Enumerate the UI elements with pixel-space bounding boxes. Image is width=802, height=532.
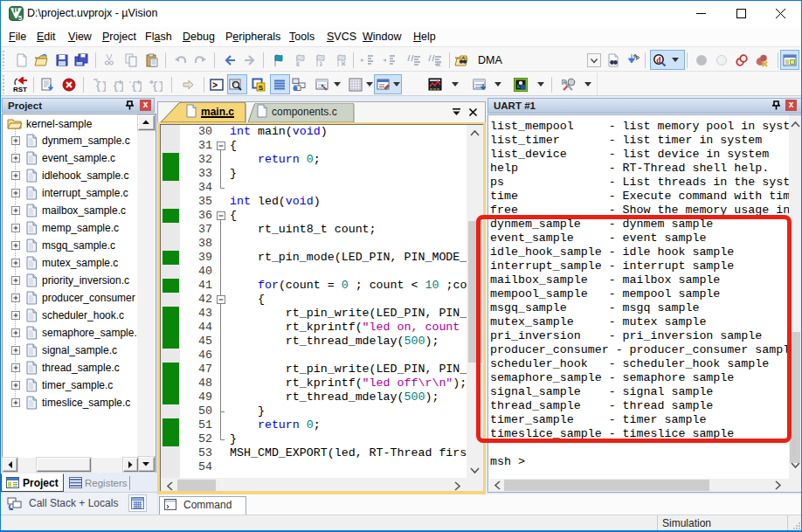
svg-text:RST: RST [13, 86, 27, 93]
svg-text:d: d [656, 56, 661, 65]
svg-text:5: 5 [18, 14, 23, 22]
svg-text:>: > [212, 81, 218, 91]
svg-text:S: S [259, 84, 264, 92]
svg-text:{}: {} [152, 80, 162, 93]
